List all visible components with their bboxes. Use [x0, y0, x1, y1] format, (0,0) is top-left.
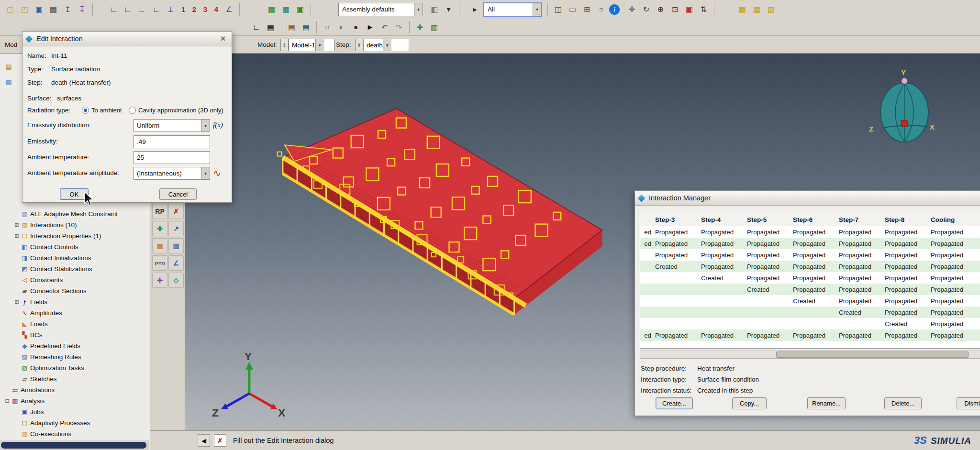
view-cut-icon[interactable]: ◫	[552, 3, 565, 16]
history-chart-icon[interactable]: ▥	[428, 21, 441, 34]
chevron-down-icon[interactable]: ▾	[315, 39, 324, 51]
dialog-titlebar[interactable]: Edit Interaction ✕	[22, 32, 232, 46]
tree-item-fields[interactable]: ⊞ƒFields	[0, 296, 150, 307]
datum-plane-button[interactable]: ◇	[168, 273, 184, 288]
copy-button[interactable]: Copy...	[732, 397, 767, 409]
reference-point-button[interactable]: RP	[152, 204, 167, 219]
view-preset-1-icon[interactable]: 1	[178, 3, 188, 16]
compass-top-node[interactable]	[902, 78, 907, 84]
sketch-perpendicular-icon[interactable]: ⊥	[164, 3, 177, 16]
tree-item-jobs[interactable]: ▣Jobs	[0, 406, 150, 417]
tree-item-contact-stabilizations[interactable]: ◩Contact Stabilizations	[0, 263, 150, 274]
manager-row[interactable]: edPropagatedPropagatedPropagatedPropagat…	[640, 226, 980, 238]
chevron-down-icon[interactable]: ▾	[201, 167, 210, 179]
cancel-prompt-icon[interactable]: ✗	[214, 434, 226, 447]
emissivity-input[interactable]: .49	[134, 135, 210, 148]
session-data-icon[interactable]: ▦	[4, 77, 13, 87]
tree-hscrollbar-thumb[interactable]	[1, 442, 146, 449]
chevron-down-icon[interactable]: ▾	[383, 39, 391, 51]
manager-row[interactable]: CreatedPropagatedPropagated	[640, 307, 980, 318]
manager-hscrollbar[interactable]	[640, 351, 980, 359]
tree-item-analysis[interactable]: ⊟▥Analysis	[0, 395, 150, 406]
slab-model[interactable]	[277, 109, 602, 315]
viewport-tile-icon[interactable]: ▦	[736, 3, 749, 16]
play-marker-icon[interactable]: ►	[364, 21, 377, 34]
import-model-icon[interactable]: ↧	[76, 3, 89, 16]
tree-item-bcs[interactable]: ▚BCs	[0, 329, 150, 340]
dismiss-button[interactable]: Dismiss	[957, 397, 980, 409]
manager-hscrollbar-thumb[interactable]	[776, 351, 969, 358]
expand-icon[interactable]: ⊞	[13, 299, 20, 305]
undo-icon[interactable]: ↶	[378, 21, 391, 34]
apply-corner-icon[interactable]: ∟	[250, 21, 263, 34]
tree-hscrollbar[interactable]	[0, 440, 149, 450]
manager-row[interactable]: CreatedPropagatedPropagatedPropagatedPro…	[640, 261, 980, 272]
datum-arrow-button[interactable]: ↗	[168, 221, 184, 236]
model-combo[interactable]: Model-1 ▾	[289, 39, 334, 51]
tree-item-connector-sections[interactable]: ▰Connector Sections	[0, 285, 150, 296]
selection-filter-combo[interactable]: All ▾	[483, 2, 542, 17]
tree-item-predefined-fields[interactable]: ◆Predefined Fields	[0, 340, 150, 351]
delete-button[interactable]: Delete...	[884, 397, 922, 409]
delete-feature-button[interactable]: ✗	[168, 204, 184, 219]
tree-item-constraints[interactable]: ◁Constraints	[0, 274, 150, 285]
sketch-axes-y-icon[interactable]: ∟	[135, 3, 148, 16]
radio-cavity[interactable]: Cavity approximation (3D only)	[129, 107, 223, 114]
viewport-new-icon[interactable]: ▧	[765, 3, 778, 16]
ellipse-outline-icon[interactable]: ○	[321, 21, 334, 34]
tree-item-interactions-10[interactable]: ⊞▥Interactions (10)	[0, 220, 150, 230]
datum-axis-button[interactable]: ✛	[152, 273, 167, 288]
render-hidden-icon[interactable]: ▦	[279, 3, 292, 16]
datum-csys-xyz-button[interactable]: (XYZ)	[152, 255, 167, 271]
datum-angle-button[interactable]: ∠	[168, 255, 184, 271]
query-icon[interactable]: ○	[595, 3, 608, 16]
emissivity-distribution-combo[interactable]: Uniform ▾	[134, 119, 210, 132]
chevron-down-icon[interactable]: ▾	[201, 120, 210, 132]
history-output-list-icon[interactable]: ▤	[300, 21, 312, 34]
new-file-icon[interactable]: ▢	[4, 3, 17, 16]
export-model-icon[interactable]: ↥	[61, 3, 74, 16]
print-icon[interactable]: ▤	[47, 3, 60, 16]
tree-item-contact-initializations[interactable]: ◨Contact Initializations	[0, 252, 150, 263]
tree-item-co-executions[interactable]: ▦Co-executions	[0, 428, 150, 439]
tree-item-contact-controls[interactable]: ◧Contact Controls	[0, 241, 150, 252]
radio-unselected-icon[interactable]	[129, 107, 136, 114]
display-group-icon[interactable]: ▭	[566, 3, 579, 16]
step-combo[interactable]: death ▾	[363, 39, 409, 51]
manager-row[interactable]: edPropagatedPropagatedPropagatedPropagat…	[640, 329, 980, 341]
tree-item-ale-adaptive-mesh-constraint[interactable]: ▦ALE Adaptive Mesh Constraint	[0, 209, 150, 220]
datum-grid-button[interactable]: ▦	[152, 238, 167, 253]
module-cube-icon[interactable]: ◧	[428, 3, 441, 16]
rename-button[interactable]: Rename...	[807, 397, 846, 409]
rotate-view-icon[interactable]: ↻	[640, 3, 653, 16]
view-preset-2-icon[interactable]: 2	[189, 3, 199, 16]
view-preset-4-icon[interactable]: 4	[212, 3, 221, 16]
sort-views-icon[interactable]: ⇅	[697, 3, 710, 16]
manager-row[interactable]: edPropagatedPropagatedPropagatedPropagat…	[640, 238, 980, 249]
collapse-icon[interactable]: ⊟	[4, 398, 11, 404]
create-feature-button[interactable]: ✚	[152, 221, 167, 236]
ellipse-filled-icon[interactable]: ●	[349, 21, 362, 34]
expand-icon[interactable]: ⊞	[13, 233, 20, 239]
manager-row[interactable]: CreatedPropagatedPropagatedPropagatedPro…	[640, 284, 980, 295]
step-spinner[interactable]: ⇕	[355, 39, 363, 51]
fit-view-icon[interactable]: ▣	[683, 3, 696, 16]
save-file-icon[interactable]: ▣	[33, 3, 45, 16]
datum-table-button[interactable]: ▥	[168, 238, 184, 253]
redo-icon[interactable]: ↷	[392, 21, 405, 34]
sketch-angle-tool-icon[interactable]: ∠	[223, 3, 235, 16]
cube-dropdown-arrow-icon[interactable]: ▾	[442, 3, 455, 16]
tree-expand-all-icon[interactable]: ✚	[413, 21, 426, 34]
manager-row[interactable]: CreatedPropagatedPropagatedPropagatedPro…	[640, 272, 980, 284]
ambient-temperature-input[interactable]: 25	[134, 151, 210, 164]
previous-prompt-icon[interactable]: ◀	[198, 434, 210, 447]
radio-to-ambient[interactable]: To ambient	[82, 107, 122, 114]
pan-view-icon[interactable]: ✛	[625, 3, 638, 16]
assembly-defaults-combo[interactable]: Assembly defaults ▾	[338, 3, 423, 16]
expand-icon[interactable]: ⊞	[13, 222, 20, 228]
selection-group-icon[interactable]: ⊞	[580, 3, 593, 16]
render-shaded-icon[interactable]: ▣	[294, 3, 307, 16]
tree-item-interaction-properties-1[interactable]: ⊞▤Interaction Properties (1)	[0, 230, 150, 241]
create-button[interactable]: Create...	[656, 397, 693, 409]
select-cursor-icon[interactable]: ▸	[468, 3, 481, 16]
